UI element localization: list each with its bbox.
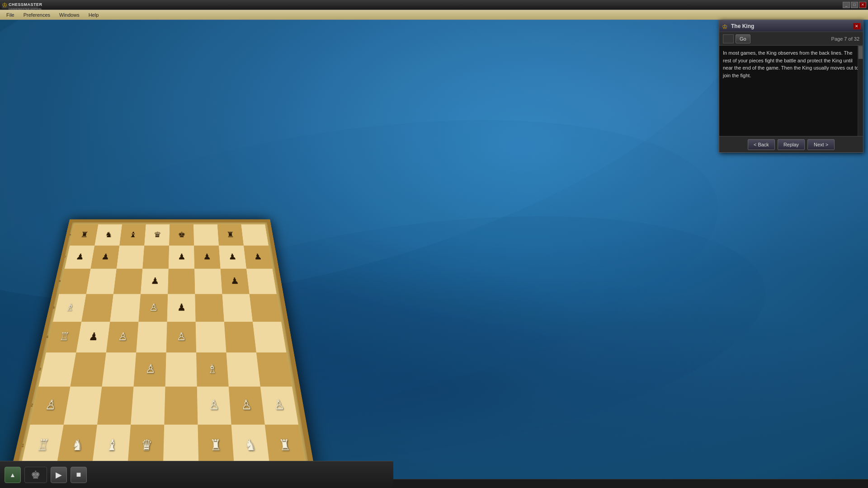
page-info: Page 7 of 32: [831, 36, 859, 42]
cell-e8[interactable]: ♚: [169, 225, 194, 246]
cell-b7[interactable]: ♟: [90, 245, 119, 268]
cell-f5[interactable]: [195, 294, 224, 322]
cell-h8[interactable]: [241, 225, 269, 246]
piece-icon: ♚: [24, 467, 47, 483]
cell-d3[interactable]: ♙: [133, 352, 166, 386]
piece-g7: ♟: [219, 245, 246, 268]
cell-a8[interactable]: ♜: [70, 225, 98, 246]
scrollbar-thumb[interactable]: [858, 46, 863, 59]
menu-windows[interactable]: Windows: [55, 11, 84, 19]
cell-f6[interactable]: [194, 269, 222, 294]
cell-f8[interactable]: [193, 225, 219, 246]
cell-d7[interactable]: [142, 245, 169, 268]
cell-b8[interactable]: ♞: [94, 225, 122, 246]
cell-b2[interactable]: [64, 387, 102, 425]
cell-h7[interactable]: ♟: [244, 245, 272, 268]
cell-e4[interactable]: ♙: [166, 322, 196, 352]
board-frame: 8 7 6 5 4 3 2 1 A B C D E F G: [9, 219, 316, 479]
cell-d2[interactable]: [131, 387, 165, 425]
cell-f3[interactable]: ♗: [196, 352, 229, 386]
cell-g5[interactable]: [222, 294, 252, 322]
cell-a7[interactable]: ♟: [65, 245, 94, 268]
piece-g6: ♟: [221, 269, 250, 294]
cell-g8[interactable]: ♜: [217, 225, 244, 246]
cell-c7[interactable]: [117, 245, 144, 268]
piece-d6: ♟: [141, 269, 169, 294]
piece-f2: ♙: [197, 387, 231, 425]
cell-c6[interactable]: [113, 269, 142, 294]
next-button[interactable]: Next >: [807, 139, 835, 150]
cell-h2[interactable]: ♙: [260, 387, 298, 425]
cell-g3[interactable]: [226, 352, 260, 386]
cell-d8[interactable]: ♛: [144, 225, 170, 246]
cell-b3[interactable]: [70, 352, 106, 386]
maximize-button[interactable]: □: [851, 2, 858, 8]
cell-d5[interactable]: ♙: [138, 294, 168, 322]
cell-a6[interactable]: [59, 269, 91, 294]
piece-a4: ♖: [46, 322, 81, 352]
stop-button[interactable]: ■: [71, 467, 87, 483]
cell-b5[interactable]: [81, 294, 113, 322]
chess-board-area: 8 7 6 5 4 3 2 1 A B C D E F G: [0, 20, 393, 488]
piece-a5: ♗: [53, 294, 86, 322]
cell-e7[interactable]: ♟: [169, 245, 194, 268]
chess-board-3d: 8 7 6 5 4 3 2 1 A B C D E F G: [9, 219, 316, 479]
logo-name: CHESSMASTER: [9, 2, 42, 7]
cell-g7[interactable]: ♟: [219, 245, 246, 268]
cell-c2[interactable]: [97, 387, 134, 425]
cell-g4[interactable]: [224, 322, 256, 352]
page-input[interactable]: [723, 34, 734, 43]
cell-e5[interactable]: ♟: [167, 294, 195, 322]
bottom-toolbar: ▲ ♚ ▶ ■: [0, 461, 393, 488]
cell-f4[interactable]: [196, 322, 226, 352]
cell-c5[interactable]: [110, 294, 141, 322]
menu-help[interactable]: Help: [84, 11, 104, 19]
cell-c3[interactable]: [102, 352, 136, 386]
cell-b4[interactable]: ♟: [76, 322, 110, 352]
cell-h6[interactable]: [246, 269, 277, 294]
piece-h7: ♟: [244, 245, 272, 268]
back-button[interactable]: < Back: [748, 139, 775, 150]
piece-e8: ♚: [169, 225, 194, 246]
cell-e6[interactable]: [168, 269, 195, 294]
cell-e3[interactable]: [165, 352, 197, 386]
play-button[interactable]: ▶: [51, 467, 67, 483]
piece-b8: ♞: [94, 225, 122, 246]
cell-e2[interactable]: [164, 387, 198, 425]
cell-f7[interactable]: ♟: [194, 245, 221, 268]
cell-h5[interactable]: [250, 294, 281, 322]
menu-preferences[interactable]: Preferences: [19, 11, 55, 19]
menu-file[interactable]: File: [2, 11, 19, 19]
piece-d5: ♙: [138, 294, 168, 322]
piece-e7: ♟: [169, 245, 194, 268]
replay-button[interactable]: Replay: [778, 139, 805, 150]
go-wrapper: Go: [723, 34, 750, 43]
dialog-titlebar: ♔ The King ✕: [719, 20, 863, 32]
cell-d6[interactable]: ♟: [141, 269, 169, 294]
cell-c4[interactable]: ♙: [106, 322, 139, 352]
dialog-toolbar: Go Page 7 of 32: [719, 32, 863, 46]
chess-board-wrapper: 8 7 6 5 4 3 2 1 A B C D E F G: [0, 140, 380, 479]
scroll-up-button[interactable]: ▲: [5, 467, 21, 483]
dialog-close-button[interactable]: ✕: [853, 23, 860, 29]
dialog-title-left: ♔ The King: [722, 23, 754, 29]
cell-b6[interactable]: [86, 269, 117, 294]
cell-g6[interactable]: ♟: [221, 269, 250, 294]
cell-d4[interactable]: [136, 322, 167, 352]
cell-h3[interactable]: [256, 352, 292, 386]
go-button[interactable]: Go: [736, 34, 750, 43]
piece-f3: ♗: [196, 352, 229, 386]
cell-a4[interactable]: ♖: [46, 322, 81, 352]
cell-f2[interactable]: ♙: [197, 387, 231, 425]
piece-b4: ♟: [76, 322, 110, 352]
cell-c8[interactable]: ♝: [119, 225, 146, 246]
cell-h4[interactable]: [253, 322, 286, 352]
close-button[interactable]: ✕: [859, 2, 866, 8]
piece-d8: ♛: [144, 225, 170, 246]
content-scrollbar[interactable]: [858, 46, 863, 136]
cell-a5[interactable]: ♗: [53, 294, 86, 322]
titlebar: ♔ CHESSMASTER GRANDMASTER EDITION _ □ ✕: [0, 0, 868, 10]
minimize-button[interactable]: _: [843, 2, 850, 8]
stop-icon: ■: [76, 470, 81, 479]
cell-g2[interactable]: ♙: [229, 387, 265, 425]
